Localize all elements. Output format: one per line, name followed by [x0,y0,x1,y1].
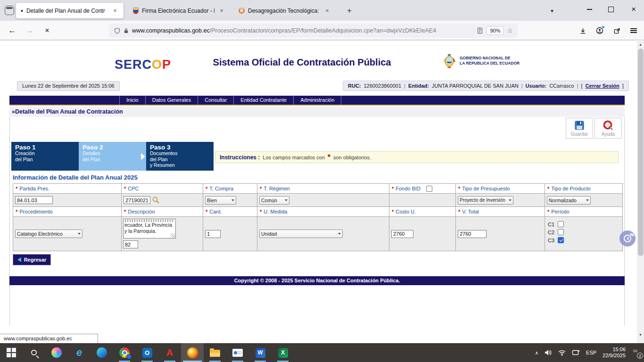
share-icon[interactable] [610,24,623,37]
taskbar-excel[interactable]: X [272,343,294,362]
header-cant: *Cant. [203,207,257,217]
t-compra-select[interactable]: Bien [205,196,236,205]
zoom-level-badge[interactable]: 90% [487,26,504,35]
ecuador-shield-favicon [133,8,139,14]
taskbar-word[interactable]: W [249,343,272,362]
fondo-bid-empty-cell [389,194,456,207]
scroll-down-arrow[interactable]: ▾ [637,332,644,337]
tipo-presupuesto-select[interactable]: Proyecto de Inversión [458,196,513,205]
tipo-producto-select[interactable]: Normalizado [547,196,591,205]
sercop-logo: SERCOP [115,58,171,72]
session-info-bar: RUC: 1260023860001 | Entidad: JUNTA PARR… [343,81,629,91]
nav-item-datos-generales[interactable]: Datos Generales [145,96,198,105]
cantidad-input[interactable] [205,230,221,238]
tab-firma-electronica[interactable]: Firma Electrónica Ecuador - Firm × [128,3,230,18]
outlook-icon: O [142,348,152,358]
downloads-icon[interactable] [576,24,589,37]
clock-date-display[interactable]: 15:06 22/9/2025 [603,346,626,359]
lock-icon[interactable] [124,28,129,34]
bookmark-star-icon[interactable]: ☆ [507,27,513,34]
cerrar-sesion-link[interactable]: Cerrar Sesión [586,83,619,89]
c2-checkbox[interactable] [558,229,564,235]
new-tab-button[interactable]: + [343,5,355,17]
firefox-view-icon[interactable] [5,6,14,15]
tray-date: 22/9/2025 [603,353,626,359]
v-total-input[interactable] [458,230,487,238]
notification-center-button[interactable]: 2 [632,348,641,357]
costo-u-input[interactable] [391,230,413,238]
url-bar[interactable]: www.compraspublicas.gob.ec/ProcesoContra… [109,24,518,38]
cpc-search-icon[interactable] [152,196,160,204]
breadcrumb: »Detalle del Plan Anual de Contratación [9,107,625,117]
tab-title: Desagregación Tecnológica: Cál [248,8,320,14]
tab-desagregacion[interactable]: Desagregación Tecnológica: Cál × [234,3,336,18]
header-t-compra: *T. Compra [203,184,257,194]
scroll-up-arrow[interactable]: ▴ [637,42,644,47]
url-text[interactable]: www.compraspublicas.gob.ec/ProcesoContra… [132,27,473,34]
step-arrow-icon [141,153,145,160]
taskbar-copilot[interactable] [45,343,68,362]
nav-item-consultar[interactable]: Consultar [198,96,233,105]
forward-button[interactable]: → [23,24,36,37]
c1-checkbox[interactable] [558,221,564,227]
page-scrollbar[interactable]: ▴ ▾ [637,40,644,343]
tab-close-icon[interactable]: × [111,7,119,14]
tray-chevron-icon[interactable]: ∧ [535,350,538,355]
u-medida-select[interactable]: Unidad [259,230,343,238]
step-2-detalles-active: Paso 2 Detalles del Plan [79,142,146,171]
nav-item-inicio[interactable]: Inicio [119,96,145,105]
volume-icon[interactable] [545,349,552,356]
descripcion-extra-input[interactable] [123,240,138,248]
guardar-button[interactable]: Guardar [566,118,593,139]
list-all-tabs-icon[interactable]: ▾ [546,5,558,17]
regresar-button[interactable]: Regresar [13,254,51,265]
window-minimize-button[interactable] [579,0,600,19]
taskbar-file-explorer[interactable] [204,343,226,362]
taskbar-internet-explorer[interactable]: e [68,343,91,362]
tab-close-icon[interactable]: × [323,7,331,14]
nav-item-administracion[interactable]: Administración [293,96,341,105]
tray-connect-icon[interactable] [572,349,580,356]
ayuda-button[interactable]: Ayuda [594,118,622,139]
step-3-documentos: Paso 3 Documentos del Plan y Resumen [146,142,214,171]
stop-button[interactable]: × [41,24,54,37]
taskbar-chrome[interactable] [113,343,136,362]
window-close-button[interactable]: × [623,0,644,19]
procedimiento-select[interactable]: Catalogo Electrónico [15,230,83,238]
header-procedimiento: *Procedimiento [13,207,122,217]
c3-checkbox[interactable] [558,237,564,243]
back-button[interactable]: ← [6,24,19,37]
descripcion-textarea[interactable]: ecuador, La Provincia y la Parroquia. [123,219,176,239]
partida-pres-input[interactable] [15,196,53,204]
main-navigation: Inicio Datos Generales Consultar Entidad… [9,96,625,105]
taskbar-acrobat[interactable]: A [158,343,181,362]
taskbar-firefox-active[interactable] [181,343,204,362]
scrollbar-thumb[interactable] [638,49,644,256]
floating-extension-button[interactable] [619,230,636,247]
cpc-input[interactable] [124,196,150,204]
account-icon[interactable] [593,24,606,37]
language-indicator[interactable]: ESP [586,350,596,355]
reader-mode-icon[interactable] [477,27,483,34]
fondo-bid-checkbox[interactable] [426,186,432,192]
tracking-shield-icon[interactable] [114,27,120,34]
tab-detalle-plan[interactable]: • Detalle del Plan Anual de Contr × [16,3,124,18]
taskbar-edge[interactable] [91,343,113,362]
status-bar-link-preview: www.compraspublicas.gob.ec [0,334,98,344]
tab-close-icon[interactable]: × [218,7,225,14]
taskbar-outlook[interactable]: O [136,343,158,362]
wifi-icon[interactable] [558,350,566,356]
nav-item-entidad-contratante[interactable]: Entidad Contratante [233,96,293,105]
taskbar-presentation-app[interactable] [226,343,249,362]
edge-icon [97,347,107,358]
t-regimen-select[interactable]: Común [259,196,289,205]
taskbar-search-button[interactable] [23,343,45,362]
form-value-row-2: Catalogo Electrónico ecuador, La Provinc… [13,217,623,251]
window-maximize-button[interactable] [601,0,621,19]
textarea-resize-grip[interactable] [171,233,175,238]
app-menu-icon[interactable] [627,24,640,37]
entidad-label: Entidad: [408,83,429,89]
ruc-value: 1260023860001 [364,83,402,89]
start-button[interactable] [0,343,23,362]
tab-title: Detalle del Plan Anual de Contr [26,8,108,14]
